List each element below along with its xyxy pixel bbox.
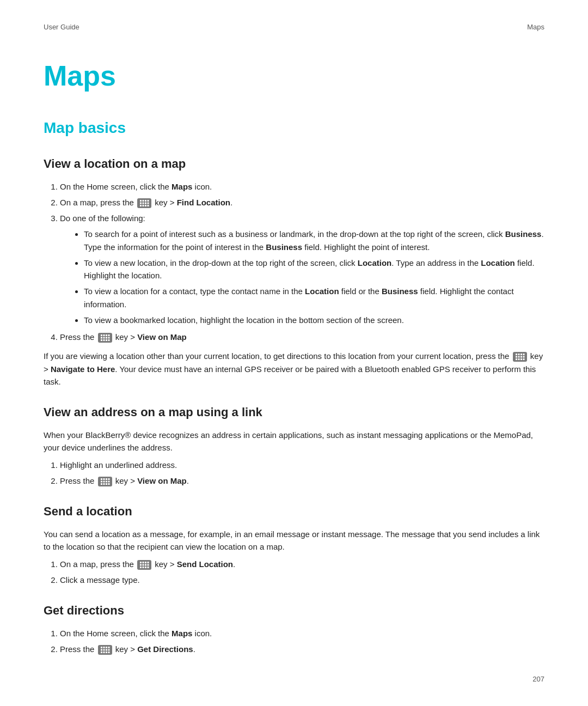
list-item: On the Home screen, click the Maps icon. [60, 627, 544, 640]
subsection-send-location: Send a location You can send a location … [44, 502, 544, 586]
svg-rect-62 [106, 647, 107, 648]
svg-rect-37 [103, 478, 105, 480]
svg-rect-41 [103, 480, 105, 482]
svg-rect-56 [140, 567, 142, 568]
svg-rect-44 [101, 483, 102, 485]
svg-rect-33 [518, 358, 519, 360]
svg-rect-12 [101, 334, 102, 336]
svg-rect-28 [516, 356, 517, 358]
svg-rect-17 [103, 337, 105, 339]
svg-rect-42 [106, 480, 107, 482]
svg-rect-9 [143, 205, 144, 206]
svg-rect-19 [108, 337, 109, 339]
list-item: Click a message type. [60, 574, 544, 586]
svg-rect-30 [520, 356, 522, 358]
header-left: User Guide [44, 22, 79, 33]
svg-rect-11 [148, 205, 149, 206]
list-item: On the Home screen, click the Maps icon. [60, 180, 544, 193]
subsection-title-view-location: View a location on a map [44, 155, 544, 173]
svg-rect-27 [523, 354, 524, 355]
svg-rect-51 [148, 562, 149, 563]
svg-rect-20 [101, 339, 102, 341]
bb-menu-key-icon [98, 645, 112, 655]
page-footer: 207 [532, 674, 544, 685]
svg-rect-25 [518, 354, 519, 355]
bb-menu-key-icon [513, 352, 527, 362]
page-header: User Guide Maps [44, 22, 544, 33]
svg-rect-63 [108, 647, 109, 648]
svg-rect-50 [145, 562, 146, 563]
svg-rect-38 [106, 478, 107, 480]
svg-rect-26 [520, 354, 522, 355]
svg-rect-69 [103, 652, 105, 653]
send-location-steps: On a map, press the [44, 558, 544, 587]
svg-rect-5 [143, 202, 144, 204]
svg-rect-60 [101, 647, 102, 648]
svg-rect-46 [106, 483, 107, 485]
svg-rect-13 [103, 334, 105, 336]
svg-rect-49 [143, 562, 144, 563]
list-item: Press the [60, 474, 544, 487]
view-location-steps: On the Home screen, click the Maps icon.… [44, 180, 544, 327]
section-title: Map basics [44, 117, 544, 139]
subsection-view-location: View a location on a map On the Home scr… [44, 155, 544, 388]
page: User Guide Maps Maps Map basics View a l… [0, 0, 588, 706]
svg-rect-18 [106, 337, 107, 339]
svg-rect-65 [103, 649, 105, 651]
svg-rect-32 [516, 358, 517, 360]
svg-rect-57 [143, 567, 144, 568]
header-right: Maps [527, 22, 544, 33]
svg-rect-61 [103, 647, 105, 648]
view-location-bullets: To search for a point of interest such a… [69, 228, 544, 326]
svg-rect-16 [101, 337, 102, 339]
svg-rect-23 [108, 339, 109, 341]
svg-rect-0 [140, 200, 142, 202]
subsection-title-view-address: View an address on a map using a link [44, 403, 544, 421]
list-item: To view a bookmarked location, highlight… [84, 314, 544, 326]
svg-rect-15 [108, 334, 109, 336]
list-item: Press the [60, 331, 544, 343]
view-address-steps: Highlight an underlined address. Press t… [44, 459, 544, 488]
view-address-intro: When your BlackBerry® device recognizes … [44, 429, 544, 454]
bb-menu-key-icon [137, 198, 151, 208]
svg-rect-29 [518, 356, 519, 358]
svg-rect-43 [108, 480, 109, 482]
svg-rect-55 [148, 564, 149, 565]
svg-rect-7 [148, 202, 149, 204]
list-item: On a map, press the [60, 196, 544, 209]
svg-rect-71 [108, 652, 109, 653]
subsection-title-send-location: Send a location [44, 502, 544, 520]
svg-rect-14 [106, 334, 107, 336]
svg-rect-40 [101, 480, 102, 482]
list-item: To view a location for a contact, type t… [84, 285, 544, 311]
subsection-get-directions: Get directions On the Home screen, click… [44, 601, 544, 656]
subsection-view-address: View an address on a map using a link Wh… [44, 403, 544, 487]
svg-rect-64 [101, 649, 102, 651]
svg-rect-48 [140, 562, 142, 563]
view-location-note: If you are viewing a location other than… [44, 350, 544, 388]
svg-rect-10 [145, 205, 146, 206]
svg-rect-70 [106, 652, 107, 653]
svg-rect-68 [101, 652, 102, 653]
svg-rect-2 [145, 200, 146, 202]
svg-rect-31 [523, 356, 524, 358]
list-item: On a map, press the [60, 558, 544, 570]
svg-rect-54 [145, 564, 146, 565]
svg-rect-67 [108, 649, 109, 651]
svg-rect-59 [148, 567, 149, 568]
get-directions-steps: On the Home screen, click the Maps icon.… [44, 627, 544, 656]
svg-rect-53 [143, 564, 144, 565]
svg-rect-6 [145, 202, 146, 204]
svg-rect-8 [140, 205, 142, 206]
svg-rect-35 [523, 358, 524, 360]
svg-rect-4 [140, 202, 142, 204]
svg-rect-22 [106, 339, 107, 341]
page-number: 207 [532, 675, 544, 683]
bb-menu-key-icon [137, 560, 151, 570]
list-item: Highlight an underlined address. [60, 459, 544, 471]
view-location-step4: Press the [44, 331, 544, 343]
send-location-intro: You can send a location as a message, fo… [44, 528, 544, 553]
svg-rect-36 [101, 478, 102, 480]
chapter-title: Maps [44, 54, 544, 97]
list-item: Press the [60, 643, 544, 655]
